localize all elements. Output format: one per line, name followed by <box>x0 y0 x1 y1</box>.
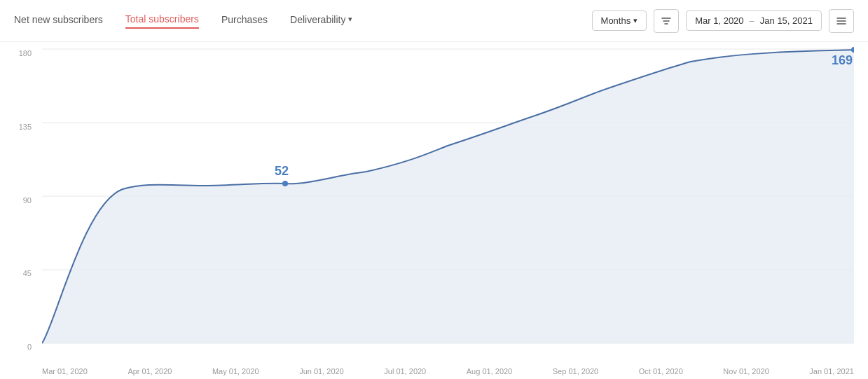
tab-deliverability[interactable]: Deliverability ▾ <box>290 14 352 28</box>
x-label-jun: Jun 01, 2020 <box>299 367 344 375</box>
y-label-0: 0 <box>0 343 39 351</box>
tab-net-new-subscribers[interactable]: Net new subscribers <box>14 14 103 28</box>
x-label-jul: Jul 01, 2020 <box>384 367 426 375</box>
header-controls: Months ▾ Mar 1, 2020 – Jan 15, 2021 <box>592 9 854 33</box>
filter-button[interactable] <box>654 9 679 33</box>
list-icon <box>836 15 847 27</box>
mid-data-label: 52 <box>275 164 289 179</box>
x-label-nov: Nov 01, 2020 <box>723 367 769 375</box>
x-label-may: May 01, 2020 <box>212 367 259 375</box>
months-chevron-icon: ▾ <box>633 16 638 25</box>
filter-icon <box>661 15 672 27</box>
y-label-90: 90 <box>0 196 39 205</box>
x-label-mar: Mar 01, 2020 <box>42 367 88 375</box>
header: Net new subscribers Total subscribers Pu… <box>0 0 868 42</box>
deliverability-chevron-icon: ▾ <box>348 15 352 24</box>
date-end: Jan 15, 2021 <box>760 15 813 26</box>
tab-purchases[interactable]: Purchases <box>221 14 268 28</box>
y-label-180: 180 <box>0 49 39 57</box>
tab-total-subscribers[interactable]: Total subscribers <box>125 13 199 29</box>
y-label-45: 45 <box>0 269 39 277</box>
date-range-picker[interactable]: Mar 1, 2020 – Jan 15, 2021 <box>686 11 822 31</box>
x-label-jan: Jan 01, 2021 <box>809 367 854 375</box>
chart-container: 180 135 90 45 0 52 169 Mar 01, 2020 Apr … <box>0 42 868 379</box>
date-separator: – <box>750 15 755 26</box>
list-view-button[interactable] <box>829 9 854 33</box>
date-start: Mar 1, 2020 <box>695 15 743 26</box>
x-label-aug: Aug 01, 2020 <box>467 367 512 375</box>
deliverability-label: Deliverability <box>290 14 345 25</box>
x-label-oct: Oct 01, 2020 <box>639 367 683 375</box>
data-point-52 <box>282 181 288 186</box>
x-axis: Mar 01, 2020 Apr 01, 2020 May 01, 2020 J… <box>42 367 854 375</box>
months-button[interactable]: Months ▾ <box>592 11 647 31</box>
end-data-label: 169 <box>832 53 853 68</box>
x-label-apr: Apr 01, 2020 <box>128 367 172 375</box>
y-label-135: 135 <box>0 123 39 131</box>
months-label: Months <box>601 15 631 26</box>
x-label-sep: Sep 01, 2020 <box>553 367 598 375</box>
line-chart-svg <box>42 42 854 351</box>
y-axis: 180 135 90 45 0 <box>0 42 39 351</box>
